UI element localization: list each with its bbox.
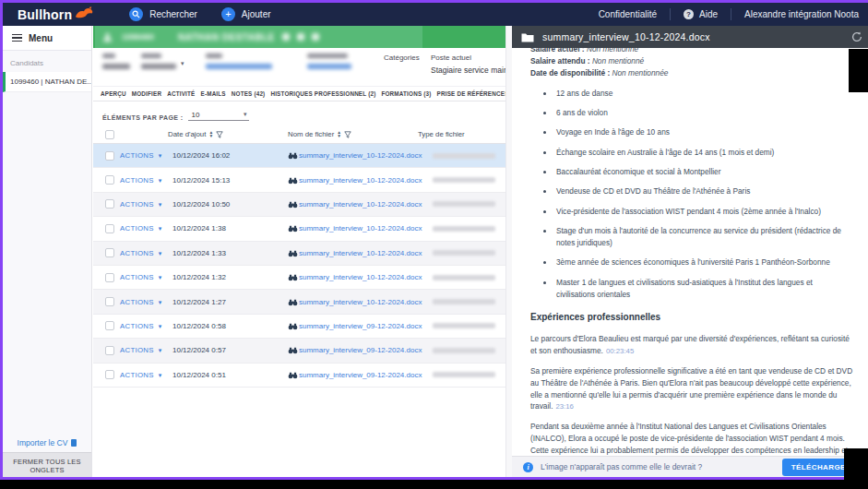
file-link[interactable]: summary_interview_10-12-2024.docx [299, 298, 425, 306]
actions-dropdown[interactable]: ACTIONS▾ [120, 151, 172, 160]
table-row[interactable]: ACTIONS▾ 10/12/2024 0:51 summary_intervi… [93, 364, 505, 388]
preview-binoculars-icon[interactable] [288, 200, 298, 209]
actions-dropdown[interactable]: ACTIONS▾ [120, 224, 172, 233]
actions-dropdown[interactable]: ACTIONS▾ [120, 200, 172, 209]
date-cell: 10/12/2024 15:13 [172, 176, 288, 185]
table-row[interactable]: ACTIONS▾ 10/12/2024 1:33 summary_intervi… [93, 242, 505, 266]
header-mini-icon [282, 33, 290, 41]
preview-binoculars-icon[interactable] [288, 249, 298, 257]
preview-binoculars-icon[interactable] [288, 224, 298, 233]
file-link[interactable]: summary_interview_10-12-2024.docx [299, 151, 425, 160]
file-link[interactable]: summary_interview_10-12-2024.docx [299, 176, 425, 185]
file-link[interactable]: summary_interview_09-12-2024.docx [299, 322, 425, 330]
preview-footer: i L'image n'apparaît pas comme elle le d… [512, 456, 868, 477]
add-button[interactable]: + Ajouter [221, 7, 271, 21]
confidentiality-link[interactable]: Confidentialité [586, 9, 670, 19]
row-checkbox[interactable] [105, 199, 114, 209]
actions-dropdown[interactable]: ACTIONS▾ [120, 298, 172, 306]
preview-binoculars-icon[interactable] [288, 346, 298, 354]
date-cell: 10/12/2024 0:58 [172, 322, 288, 330]
sort-icon[interactable]: ▴▾ [338, 131, 340, 137]
row-checkbox[interactable] [105, 321, 114, 330]
actions-dropdown[interactable]: ACTIONS▾ [120, 273, 172, 281]
row-checkbox[interactable] [105, 346, 114, 355]
refresh-icon[interactable] [851, 31, 862, 42]
row-checkbox[interactable] [105, 151, 114, 161]
record-info-row: ▾ Catégories Poste actuel Stagiaire serv… [93, 48, 505, 86]
row-checkbox[interactable] [105, 297, 114, 306]
tab-historiques[interactable]: HISTORIQUES PROFESSIONNEL (2) [270, 90, 375, 97]
column-header-date[interactable]: Date d'ajout ▴▾ [168, 130, 223, 138]
preview-binoculars-icon[interactable] [288, 322, 298, 330]
preview-binoculars-icon[interactable] [288, 371, 298, 379]
close-all-tabs-button[interactable]: FERMER TOUS LES ONGLETS [3, 452, 91, 477]
select-all-checkbox[interactable] [105, 130, 114, 139]
file-link[interactable]: summary_interview_10-12-2024.docx [299, 273, 425, 281]
top-navbar: Bullhorn Rechercher + Ajouter Confidenti… [3, 3, 868, 26]
actions-dropdown[interactable]: ACTIONS▾ [120, 346, 172, 354]
sort-icon[interactable]: ▴▾ [209, 131, 212, 137]
file-link[interactable]: summary_interview_10-12-2024.docx [299, 224, 425, 233]
tab-activite[interactable]: ACTIVITÉ [167, 90, 195, 97]
table-row[interactable]: ACTIONS▾ 10/12/2024 1:38 summary_intervi… [93, 217, 505, 241]
table-row[interactable]: ACTIONS▾ 10/12/2024 15:13 summary_interv… [93, 168, 505, 192]
table-row[interactable]: ACTIONS▾ 10/12/2024 0:57 summary_intervi… [93, 339, 505, 363]
table-row[interactable]: ACTIONS▾ 10/12/2024 10:50 summary_interv… [93, 193, 505, 217]
table-row[interactable]: ACTIONS▾ 10/12/2024 1:27 summary_intervi… [93, 290, 505, 314]
filetype-redacted [433, 250, 495, 256]
search-button[interactable]: Rechercher [129, 7, 197, 21]
per-page-select[interactable]: 10▾ [188, 111, 249, 121]
tab-modifier[interactable]: MODIFIER [132, 90, 161, 97]
search-label: Rechercher [149, 9, 197, 19]
row-checkbox[interactable] [105, 370, 114, 379]
doc-field-salary: Salaire attendu : Non mentionné [530, 55, 853, 67]
tab-references[interactable]: PRISE DE RÉFÉRENCES (0) [437, 90, 505, 97]
actions-dropdown[interactable]: ACTIONS▾ [120, 322, 172, 330]
help-link[interactable]: ? Aide [671, 9, 731, 19]
import-cv-link[interactable]: Importer le CV [3, 438, 91, 447]
actions-dropdown[interactable]: ACTIONS▾ [120, 371, 172, 379]
preview-binoculars-icon[interactable] [288, 273, 298, 281]
header-mini-icon [297, 33, 304, 41]
preview-binoculars-icon[interactable] [288, 176, 298, 185]
menu-button[interactable]: Menu [3, 26, 91, 51]
filetype-redacted [433, 201, 495, 207]
tab-apercu[interactable]: APERÇU [101, 90, 126, 97]
date-cell: 10/12/2024 1:38 [172, 224, 288, 233]
preview-binoculars-icon[interactable] [288, 151, 298, 160]
sidebar-item-candidate-tab[interactable]: 1099460 | NATHAN DE... [3, 72, 91, 92]
filetype-redacted [433, 177, 495, 183]
actions-dropdown[interactable]: ACTIONS▾ [120, 176, 172, 185]
tab-emails[interactable]: E-MAILS [200, 90, 225, 97]
doc-bullet: Voyage en Inde à l'âge de 10 ans [554, 126, 853, 138]
doc-bullet: Vendeuse de CD et DVD au Théâtre de l'At… [554, 185, 853, 197]
field-email-redacted [206, 54, 272, 69]
file-link[interactable]: summary_interview_09-12-2024.docx [299, 371, 425, 379]
row-checkbox[interactable] [105, 273, 114, 282]
table-row[interactable]: ACTIONS▾ 10/12/2024 0:58 summary_intervi… [93, 315, 505, 339]
filetype-redacted [433, 323, 495, 328]
row-checkbox[interactable] [105, 175, 114, 185]
add-label: Ajouter [242, 9, 271, 19]
row-checkbox[interactable] [105, 248, 114, 257]
tab-formations[interactable]: FORMATIONS (3) [381, 90, 431, 97]
column-header-filetype[interactable]: Type de fichier [418, 130, 465, 138]
file-link[interactable]: summary_interview_10-12-2024.docx [299, 249, 425, 257]
filter-icon[interactable] [216, 131, 223, 138]
doc-bullet: 12 ans de danse [554, 88, 853, 100]
date-cell: 10/12/2024 0:57 [172, 346, 288, 354]
table-row[interactable]: ACTIONS▾ 10/12/2024 16:02 summary_interv… [93, 144, 505, 168]
file-link[interactable]: summary_interview_09-12-2024.docx [299, 346, 425, 354]
record-name-redacted: NATHAN DESTABLE [178, 32, 275, 42]
user-menu[interactable]: Alexandre intégration Noota [731, 9, 868, 19]
actions-dropdown[interactable]: ACTIONS▾ [120, 249, 172, 257]
filter-icon[interactable] [344, 131, 351, 138]
column-header-filename[interactable]: Nom de fichier ▴▾ [288, 130, 351, 138]
tab-notes[interactable]: NOTES (42) [232, 90, 266, 97]
bullhorn-logo-text: Bullhorn [18, 7, 72, 22]
preview-binoculars-icon[interactable] [288, 298, 298, 306]
desktop-background-block [849, 49, 868, 92]
file-link[interactable]: summary_interview_10-12-2024.docx [299, 200, 425, 209]
table-row[interactable]: ACTIONS▾ 10/12/2024 1:32 summary_intervi… [93, 266, 505, 290]
row-checkbox[interactable] [105, 224, 114, 233]
